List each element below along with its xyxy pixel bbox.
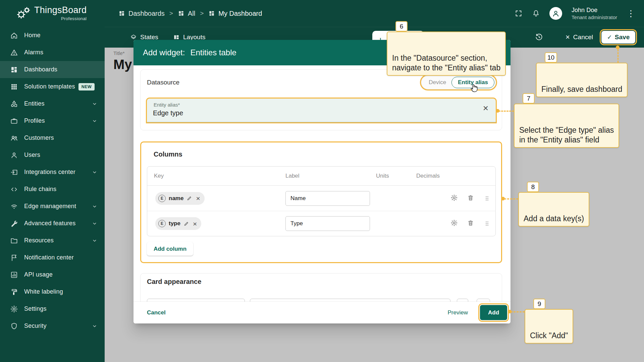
entity-alias-field[interactable]: Entity alias* × bbox=[147, 99, 496, 122]
integrations-icon bbox=[10, 168, 18, 176]
delete-key-trash-icon[interactable] bbox=[467, 219, 474, 228]
advanced-icon bbox=[10, 220, 18, 228]
sidebar: ThingsBoard Professional Home Alarms Das… bbox=[0, 0, 105, 362]
alarms-icon bbox=[10, 49, 18, 57]
entity-key-icon: E bbox=[158, 220, 166, 227]
new-badge: NEW bbox=[78, 83, 95, 90]
user-role: Tenant administrator bbox=[572, 15, 617, 20]
edit-key-icon[interactable] bbox=[183, 221, 189, 227]
columns-table: Key Label Units Decimals E name × bbox=[147, 166, 496, 236]
avatar[interactable] bbox=[549, 7, 562, 20]
settings-icon bbox=[10, 305, 18, 313]
column-label-input[interactable] bbox=[285, 216, 370, 231]
logo[interactable]: ThingsBoard Professional bbox=[0, 0, 105, 22]
user-info[interactable]: John Doe Tenant administrator bbox=[572, 7, 617, 20]
fullscreen-icon[interactable] bbox=[515, 9, 523, 17]
sidebar-item-whitelabel[interactable]: White labeling bbox=[0, 283, 105, 300]
add-column-button[interactable]: Add column bbox=[147, 242, 193, 256]
breadcrumb-label: My Dashboard bbox=[218, 10, 262, 17]
sidebar-item-integrations[interactable]: Integrations center bbox=[0, 164, 105, 181]
device-tab[interactable]: Device bbox=[421, 79, 451, 86]
breadcrumb-all[interactable]: All bbox=[178, 10, 195, 17]
dialog-header: Add widget: Entities table bbox=[133, 40, 511, 65]
sidebar-item-resources[interactable]: Resources bbox=[0, 232, 105, 249]
column-header-label: Label bbox=[285, 173, 376, 179]
column-row: E name × bbox=[147, 186, 495, 211]
entity-alias-input[interactable] bbox=[153, 109, 455, 117]
entity-alias-tab[interactable]: Entity alias bbox=[451, 77, 494, 88]
cancel-edit-button[interactable]: × Cancel bbox=[566, 27, 593, 48]
sidebar-item-users[interactable]: Users bbox=[0, 146, 105, 164]
api-icon bbox=[10, 271, 18, 279]
edit-key-icon[interactable] bbox=[186, 195, 192, 201]
chevron-down-icon bbox=[91, 237, 98, 244]
remove-key-icon[interactable]: × bbox=[193, 220, 197, 227]
thingsboard-logo-icon bbox=[15, 6, 32, 22]
remove-key-icon[interactable]: × bbox=[196, 195, 200, 202]
chevron-down-icon bbox=[91, 289, 98, 295]
breadcrumb-current-dashboard[interactable]: My Dashboard bbox=[208, 10, 262, 17]
column-row: E type × bbox=[147, 211, 495, 236]
chevron-down-icon bbox=[91, 49, 98, 56]
partial-field bbox=[147, 299, 245, 302]
chevron-down-icon bbox=[91, 169, 98, 176]
version-history-button[interactable] bbox=[535, 27, 543, 48]
sidebar-item-settings[interactable]: Settings bbox=[0, 300, 105, 317]
chevron-down-icon bbox=[91, 272, 98, 278]
chevron-down-icon bbox=[91, 101, 98, 107]
add-button[interactable]: Add bbox=[480, 305, 507, 320]
dialog-cancel-button[interactable]: Cancel bbox=[147, 309, 166, 316]
column-label-input[interactable] bbox=[285, 191, 370, 206]
notifications-bell-icon[interactable] bbox=[532, 9, 540, 17]
chevron-down-icon bbox=[91, 32, 98, 39]
sidebar-item-dashboards[interactable]: Dashboards bbox=[0, 61, 105, 78]
sidebar-item-alarms[interactable]: Alarms bbox=[0, 44, 105, 61]
dashboard-icon bbox=[208, 10, 215, 17]
card-appearance-section bbox=[140, 273, 502, 302]
chevron-down-icon bbox=[91, 152, 98, 159]
sidebar-item-edge[interactable]: Edge management bbox=[0, 198, 105, 215]
check-icon: ✓ bbox=[607, 34, 612, 41]
sidebar-item-rules[interactable]: Rule chains bbox=[0, 181, 105, 198]
entities-icon bbox=[10, 100, 18, 108]
add-widget-dialog: Add widget: Entities table Datasource De… bbox=[133, 40, 511, 323]
sidebar-item-customers[interactable]: Customers bbox=[0, 129, 105, 146]
dialog-body: Datasource Device Entity alias Entity al… bbox=[133, 65, 511, 302]
delete-key-trash-icon[interactable] bbox=[467, 194, 474, 203]
chevron-down-icon bbox=[91, 203, 98, 210]
sidebar-item-entities[interactable]: Entities bbox=[0, 95, 105, 112]
key-chip[interactable]: E type × bbox=[155, 217, 201, 230]
clear-alias-icon[interactable]: × bbox=[483, 104, 488, 113]
entity-key-icon: E bbox=[158, 195, 166, 202]
breadcrumb-label: All bbox=[188, 10, 195, 17]
key-chip-label: type bbox=[169, 220, 180, 227]
breadcrumb-dashboards[interactable]: Dashboards bbox=[118, 10, 165, 17]
sidebar-item-profiles[interactable]: Profiles bbox=[0, 112, 105, 129]
save-dashboard-button[interactable]: ✓ Save bbox=[601, 31, 635, 44]
key-chip-label: name bbox=[169, 195, 183, 202]
preview-button[interactable]: Preview bbox=[448, 309, 468, 316]
edge-icon bbox=[10, 202, 18, 210]
dashboards-icon bbox=[118, 10, 125, 17]
sidebar-item-notification[interactable]: Notification center bbox=[0, 249, 105, 266]
resources-icon bbox=[10, 237, 18, 245]
dialog-title-name: Entities table bbox=[190, 48, 236, 57]
key-settings-gear-icon[interactable] bbox=[450, 219, 458, 228]
drag-handle-icon[interactable] bbox=[483, 220, 491, 227]
sidebar-item-templates[interactable]: Solution templates NEW bbox=[0, 78, 105, 95]
sidebar-item-security[interactable]: Security bbox=[0, 317, 105, 335]
key-chip[interactable]: E name × bbox=[155, 192, 205, 205]
kebab-menu-icon[interactable]: ⋮ bbox=[627, 9, 635, 18]
history-icon bbox=[535, 33, 543, 41]
chevron-down-icon bbox=[91, 118, 98, 124]
partial-field bbox=[477, 299, 490, 302]
templates-icon bbox=[10, 83, 18, 91]
sidebar-item-advanced[interactable]: Advanced features bbox=[0, 215, 105, 232]
sidebar-item-api[interactable]: API usage bbox=[0, 266, 105, 283]
key-settings-gear-icon[interactable] bbox=[450, 194, 458, 203]
sidebar-item-home[interactable]: Home bbox=[0, 27, 105, 44]
drag-handle-icon[interactable] bbox=[483, 195, 491, 202]
breadcrumb-separator: > bbox=[169, 10, 173, 17]
brand-edition: Professional bbox=[34, 16, 87, 21]
column-header-decimals: Decimals bbox=[416, 173, 467, 179]
